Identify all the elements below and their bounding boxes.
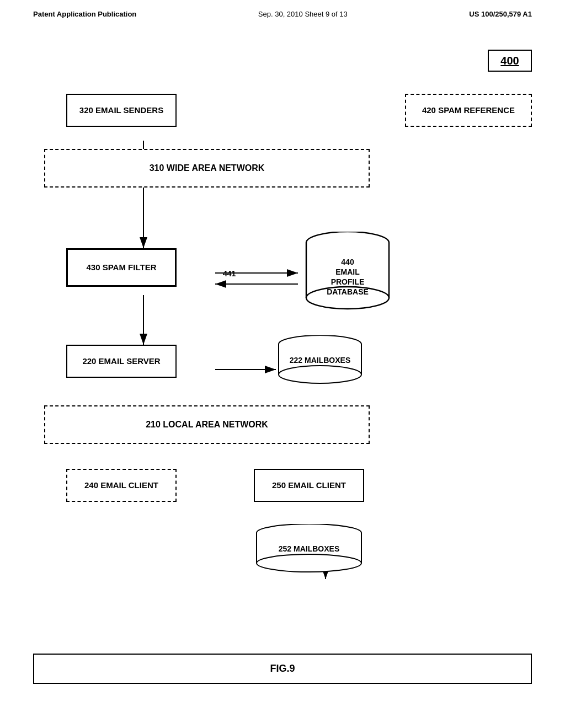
spam-filter-box: 430 SPAM FILTER xyxy=(66,248,177,287)
svg-text:222 MAILBOXES: 222 MAILBOXES xyxy=(290,356,350,365)
email-client-250-box: 250 EMAIL CLIENT xyxy=(254,469,364,502)
svg-point-29 xyxy=(257,554,361,572)
local-area-network-label: 210 LOCAL AREA NETWORK xyxy=(146,419,268,431)
local-area-network-box: 210 LOCAL AREA NETWORK xyxy=(44,405,370,444)
email-server-label: 220 EMAIL SERVER xyxy=(82,356,160,367)
email-profile-db-svg: 440 EMAIL PROFILE DATABASE xyxy=(303,232,392,314)
mailboxes-252-container: 252 MAILBOXES xyxy=(254,524,364,579)
diagram-area: 400 320 EMAIL SENDERS 420 SPAM REFERENCE… xyxy=(33,44,532,684)
wide-area-network-label: 310 WIDE AREA NETWORK xyxy=(150,163,265,174)
arrow-441-label: 441 xyxy=(223,269,236,278)
ref-400-box: 400 xyxy=(488,50,532,72)
svg-text:440: 440 xyxy=(341,258,354,266)
ref-400-label: 400 xyxy=(500,53,519,68)
spam-filter-label: 430 SPAM FILTER xyxy=(87,262,157,273)
mailboxes-222-container: 222 MAILBOXES xyxy=(276,335,364,390)
email-client-240-label: 240 EMAIL CLIENT xyxy=(84,480,158,491)
mailboxes-222-svg: 222 MAILBOXES xyxy=(276,335,364,390)
wide-area-network-box: 310 WIDE AREA NETWORK xyxy=(44,149,370,188)
header-center-text: Sep. 30, 2010 Sheet 9 of 13 xyxy=(258,10,348,18)
email-senders-label: 320 EMAIL SENDERS xyxy=(79,105,163,116)
page-container: Patent Application Publication Sep. 30, … xyxy=(0,0,565,728)
svg-text:EMAIL: EMAIL xyxy=(335,267,360,276)
email-client-240-box: 240 EMAIL CLIENT xyxy=(66,469,177,502)
spam-reference-label: 420 SPAM REFERENCE xyxy=(422,105,515,116)
email-server-box: 220 EMAIL SERVER xyxy=(66,345,177,378)
svg-text:PROFILE: PROFILE xyxy=(331,277,365,286)
svg-text:252 MAILBOXES: 252 MAILBOXES xyxy=(279,544,339,553)
mailboxes-252-svg: 252 MAILBOXES xyxy=(254,524,364,579)
svg-point-23 xyxy=(279,366,361,383)
email-client-250-label: 250 EMAIL CLIENT xyxy=(272,480,346,491)
email-profile-db-container: 440 EMAIL PROFILE DATABASE xyxy=(303,232,392,314)
figure-label-box: FIG.9 xyxy=(33,654,532,684)
email-senders-box: 320 EMAIL SENDERS xyxy=(66,94,177,127)
spam-reference-box: 420 SPAM REFERENCE xyxy=(405,94,532,127)
figure-label: FIG.9 xyxy=(270,662,295,675)
page-header: Patent Application Publication Sep. 30, … xyxy=(0,0,565,24)
svg-text:DATABASE: DATABASE xyxy=(327,287,369,296)
header-left-text: Patent Application Publication xyxy=(33,10,136,18)
header-right-text: US 100/250,579 A1 xyxy=(469,10,532,18)
